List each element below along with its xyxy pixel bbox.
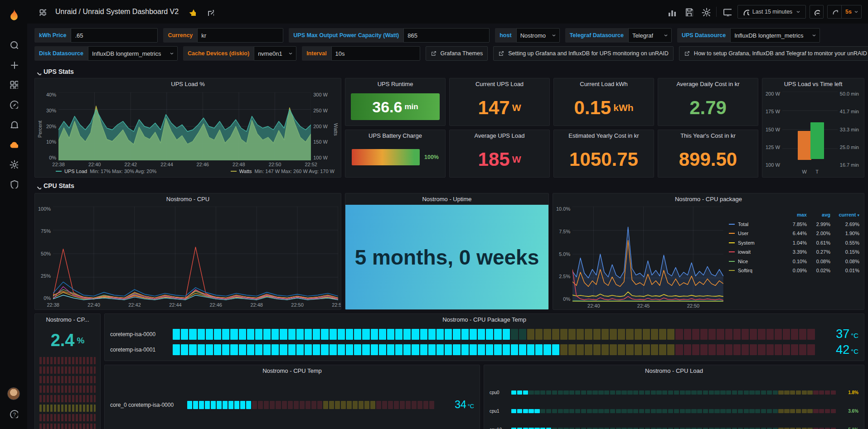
legend-table: maxavgcurrent ▾Total7.85%2.99%2.69%User6…	[726, 205, 861, 309]
variable-input-kwh-price[interactable]	[71, 28, 158, 43]
variable-select-telegraf-datasource[interactable]: Telegraf	[628, 28, 672, 43]
time-series-plot[interactable]	[572, 207, 723, 302]
stat-value: 899.50	[658, 141, 758, 177]
grafana-logo[interactable]	[4, 5, 24, 25]
dashboards-grid-icon[interactable]	[35, 5, 49, 19]
variable-input-ups-max-output-power-capacity-watt[interactable]	[403, 28, 490, 43]
variable-select-cache-devices-diskio[interactable]: nvme0n1	[254, 46, 296, 61]
cycle-view-icon[interactable]	[720, 5, 734, 19]
dashboard-link-2[interactable]: Setting up Grafana and InfluxDB for UPS …	[493, 46, 674, 61]
panel-title[interactable]: UPS Load vs Time left	[762, 78, 864, 90]
panel-title[interactable]: Current UPS Load	[450, 78, 549, 90]
panel-title[interactable]: Estimated Yearly Cost in kr	[554, 130, 654, 141]
panel-title[interactable]: Average UPS Load	[450, 130, 549, 141]
legend-series-user[interactable]: User6.44%2.00%1.90%	[729, 229, 859, 238]
y-axis-left: 200 W175 W150 W125 W100 W	[763, 92, 782, 168]
cloud-icon[interactable]	[4, 135, 24, 153]
user-avatar[interactable]	[4, 385, 24, 403]
variable-input-interval[interactable]	[331, 46, 420, 61]
history-bars	[35, 355, 100, 429]
dashboard-settings-icon[interactable]	[699, 5, 713, 19]
server-admin-shield-icon[interactable]	[4, 175, 24, 193]
dashboard-link-1[interactable]: Grafana Themes	[426, 46, 488, 61]
panel-title[interactable]: UPS Load %	[35, 78, 341, 90]
gauge-label: cpu0	[490, 390, 507, 395]
panel-cpu-current: Nostromo - CP... 2.4%	[34, 313, 101, 429]
variable-input-currency[interactable]	[197, 28, 283, 43]
refresh-interval[interactable]: 5s	[842, 9, 853, 15]
dashboard-link-3[interactable]: How to setup Grafana, InfluxDB and Teleg…	[679, 46, 868, 61]
section-cpu-stats[interactable]: CPU Stats	[34, 179, 864, 192]
panel-title[interactable]: Nostromo - CPU Package Temp	[105, 314, 864, 325]
save-dashboard-icon[interactable]	[682, 5, 695, 19]
gauge-label: coretemp-isa-0000	[110, 331, 168, 337]
panel-nostromo-cpu: Nostromo - CPU 100%75%50%25%0% 22:3822:4…	[34, 193, 341, 310]
panel-title[interactable]: Nostromo - CPU Temp	[105, 365, 480, 376]
stat-value: 2.79	[658, 90, 758, 125]
legend-series-nice[interactable]: Nice0.10%0.08%0.08%	[729, 257, 859, 266]
dashboards-icon[interactable]	[4, 75, 24, 93]
panel-title[interactable]: Nostromo - CPU package	[553, 193, 864, 205]
y-axis-left: 10.0%7.5%5.0%2.5%0%	[554, 207, 572, 302]
dashboard-content: UPS Stats UPS Load % Percent 40%30%20%10…	[27, 65, 868, 429]
time-series-plot[interactable]	[53, 207, 338, 301]
variable-select-ups-datasource[interactable]: InfluxDB longterm_metrics	[730, 28, 820, 43]
panel-title[interactable]: UPS Battery Charge	[345, 130, 445, 141]
caret-down-icon	[811, 33, 817, 38]
panel-title[interactable]: This Year's Cost in kr	[658, 130, 758, 141]
legend-series-softirq[interactable]: Softirq0.09%0.02%0.01%	[729, 266, 859, 275]
y-axis-title-right: Watts	[333, 91, 339, 168]
variable-select-disk-datasource[interactable]: InfluxDB longterm_metrics	[88, 46, 178, 61]
bar-plot[interactable]	[782, 92, 838, 168]
legend-item[interactable]: UPS LoadMin: 17% Max: 30% Avg: 20%	[56, 169, 156, 174]
chart-legend: UPS LoadMin: 17% Max: 30% Avg: 20%WattsM…	[35, 168, 341, 177]
history-bar	[39, 376, 96, 383]
legend-item[interactable]: WattsMin: 147 W Max: 260 W Avg: 170 W	[231, 169, 335, 174]
refresh-icon[interactable]	[828, 5, 841, 18]
legend-series-system[interactable]: System1.04%0.61%0.55%	[729, 238, 859, 248]
caret-down-icon	[795, 9, 801, 14]
history-bar	[39, 414, 96, 421]
panel-title[interactable]: Nostromo - CP...	[35, 314, 100, 325]
dashboard-title[interactable]: Unraid / Unraid System Dashboard V2	[55, 8, 179, 16]
dashboard-variables: kWh PriceCurrencyUPS Max Output Power Ca…	[27, 24, 868, 65]
caret-down-icon[interactable]	[853, 9, 859, 14]
panel-cpu-temp: Nostromo - CPU Temp core_0 coretemp-isa-…	[104, 365, 480, 429]
gauge-label: cpu1	[490, 409, 507, 414]
create-plus-icon[interactable]	[4, 55, 24, 73]
panel-title[interactable]: Nostromo - Uptime	[345, 193, 548, 205]
legend-series-iowait[interactable]: iowait3.39%0.27%0.15%	[729, 247, 859, 257]
search-icon[interactable]	[4, 35, 24, 53]
time-series-plot[interactable]	[58, 92, 311, 160]
x-axis: 22:3822:4022:4222:4422:4622:4822:5022:52	[53, 301, 338, 308]
clock-icon	[742, 9, 749, 15]
panel-title[interactable]: Current Load kWh	[554, 78, 654, 90]
help-icon[interactable]: ?	[4, 405, 24, 423]
alerting-bell-icon[interactable]	[4, 115, 24, 133]
y-axis-right: 300 W250 W200 W150 W100 W	[311, 92, 330, 160]
variable-select-host[interactable]: Nostromo	[516, 28, 560, 43]
external-link-icon	[684, 50, 690, 57]
time-range-picker[interactable]: Last 15 minutes	[737, 5, 806, 19]
panel-title[interactable]: Nostromo - CPU	[35, 193, 341, 205]
favorite-star-icon[interactable]	[185, 5, 199, 19]
add-panel-icon[interactable]	[664, 5, 678, 19]
zoom-out-button[interactable]	[810, 5, 824, 19]
panel-nostromo-cpu-package: Nostromo - CPU package 10.0%7.5%5.0%2.5%…	[553, 193, 864, 310]
section-ups-stats[interactable]: UPS Stats	[34, 65, 864, 78]
legend-series-total[interactable]: Total7.85%2.99%2.69%	[729, 220, 859, 229]
refresh-controls: 5s	[827, 5, 862, 19]
panel-title[interactable]: Nostromo - CPU Load	[484, 365, 864, 376]
share-icon[interactable]	[203, 5, 217, 19]
led-gauge	[173, 329, 815, 340]
panel-title[interactable]: Average Daily Cost in kr	[658, 78, 758, 90]
gauge-label: core_0 coretemp-isa-0000	[110, 402, 183, 408]
panel-title[interactable]: UPS Runtime	[345, 78, 445, 90]
panel-nostromo-uptime: Nostromo - Uptime 5 months, 0 weeks	[345, 193, 549, 310]
link-label: How to setup Grafana, InfluxDB and Teleg…	[694, 50, 868, 57]
led-gauge-row: cpu01.8%	[490, 389, 858, 396]
panel-cpu-load: Nostromo - CPU Load cpu01.8%cpu13.6%cpu1…	[484, 365, 864, 429]
configuration-gear-icon[interactable]	[4, 155, 24, 173]
external-link-icon	[431, 50, 437, 57]
explore-compass-icon[interactable]	[4, 95, 24, 113]
